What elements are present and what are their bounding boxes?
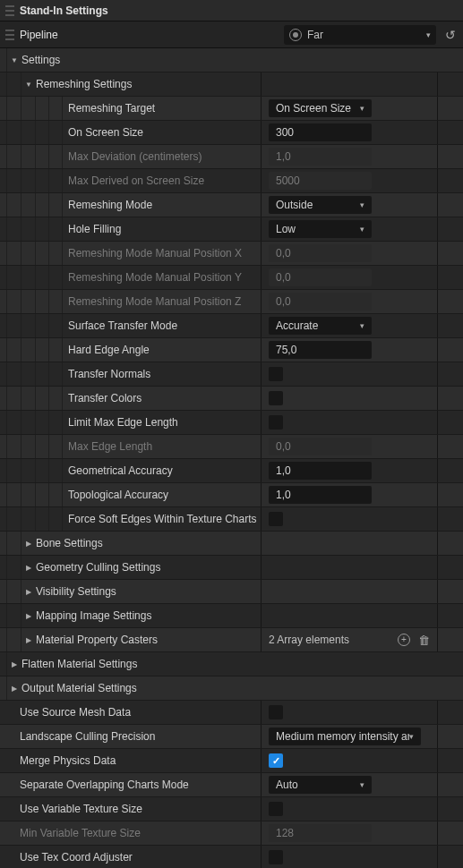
on-screen-size-input[interactable]: 300 (269, 123, 372, 141)
mapping-image-label: Mapping Image Settings (36, 609, 151, 622)
transfer-normals-checkbox[interactable] (269, 367, 283, 381)
expand-arrow-icon[interactable] (10, 685, 19, 693)
limit-max-edge-row: Limit Max Edge Length (0, 411, 463, 435)
use-tex-coord-label: Use Tex Coord Adjuster (20, 851, 133, 864)
chevron-down-icon: ▾ (360, 225, 364, 234)
manual-z-input: 0,0 (269, 293, 372, 311)
chevron-down-icon: ▾ (360, 200, 364, 209)
landscape-culling-label: Landscape Culling Precision (20, 730, 155, 743)
manual-x-row: Remeshing Mode Manual Position X 0,0 (0, 242, 463, 266)
use-var-tex-checkbox[interactable] (269, 802, 283, 816)
pipeline-dropdown[interactable]: Far ▾ (284, 25, 436, 45)
max-deviation-label: Max Deviation (centimeters) (68, 150, 201, 163)
max-derived-label: Max Derived on Screen Size (68, 174, 204, 187)
use-var-tex-row: Use Variable Texture Size (0, 797, 463, 821)
expand-arrow-icon[interactable] (24, 81, 33, 89)
chevron-down-icon: ▾ (360, 104, 364, 113)
pipeline-value: Far (307, 29, 323, 41)
clear-array-button[interactable]: 🗑 (417, 634, 430, 646)
remeshing-mode-row: Remeshing Mode Outside▾ (0, 193, 463, 217)
expand-arrow-icon[interactable] (24, 612, 33, 620)
expand-arrow-icon[interactable] (10, 660, 19, 668)
min-var-tex-label: Min Variable Texture Size (20, 827, 141, 839)
chevron-down-icon: ▾ (360, 780, 364, 789)
hole-filling-row: Hole Filling Low▾ (0, 217, 463, 242)
remeshing-target-dropdown[interactable]: On Screen Size▾ (269, 99, 372, 117)
geo-accuracy-row: Geometrical Accuracy 1,0 (0, 459, 463, 483)
topo-accuracy-label: Topological Accuracy (68, 489, 168, 501)
settings-label: Settings (21, 54, 60, 66)
chevron-down-icon: ▾ (426, 30, 431, 39)
add-element-button[interactable]: + (398, 634, 410, 646)
expand-arrow-icon[interactable] (24, 588, 33, 596)
hole-filling-label: Hole Filling (68, 223, 121, 235)
use-source-mesh-checkbox[interactable] (269, 705, 283, 719)
merge-physics-checkbox[interactable] (269, 753, 283, 768)
max-deviation-row: Max Deviation (centimeters) 1,0 (0, 145, 463, 169)
on-screen-size-row: On Screen Size 300 (0, 121, 463, 145)
manual-x-input: 0,0 (269, 244, 372, 262)
max-deviation-input: 1,0 (269, 148, 372, 166)
bone-settings-label: Bone Settings (36, 537, 103, 549)
min-var-tex-row: Min Variable Texture Size 128 (0, 821, 463, 846)
geo-accuracy-label: Geometrical Accuracy (68, 464, 173, 477)
chevron-down-icon: ▾ (409, 732, 414, 741)
flatten-material-section[interactable]: Flatten Material Settings (0, 652, 463, 677)
remeshing-mode-dropdown[interactable]: Outside▾ (269, 196, 372, 214)
surface-transfer-dropdown[interactable]: Accurate▾ (269, 317, 372, 335)
manual-z-row: Remeshing Mode Manual Position Z 0,0 (0, 290, 463, 314)
min-var-tex-input: 128 (269, 824, 372, 842)
force-soft-edges-checkbox[interactable] (269, 512, 283, 526)
separate-charts-dropdown[interactable]: Auto▾ (269, 776, 372, 794)
force-soft-edges-row: Force Soft Edges Within Texture Charts (0, 507, 463, 532)
material-casters-label: Material Property Casters (36, 634, 158, 646)
surface-transfer-row: Surface Transfer Mode Accurate▾ (0, 314, 463, 338)
flatten-material-label: Flatten Material Settings (21, 658, 137, 670)
output-material-section[interactable]: Output Material Settings (0, 677, 463, 701)
landscape-culling-dropdown[interactable]: Medium memory intensity an▾ (269, 728, 421, 745)
separate-charts-label: Separate Overlapping Charts Mode (20, 779, 189, 791)
output-material-label: Output Material Settings (21, 682, 137, 694)
hole-filling-dropdown[interactable]: Low▾ (269, 220, 372, 238)
grip-icon (5, 30, 14, 40)
surface-transfer-label: Surface Transfer Mode (68, 319, 177, 332)
geo-accuracy-input[interactable]: 1,0 (269, 462, 372, 480)
manual-y-label: Remeshing Mode Manual Position Y (68, 271, 242, 284)
visibility-label: Visibility Settings (36, 585, 116, 598)
transfer-colors-checkbox[interactable] (269, 391, 283, 405)
geo-culling-section[interactable]: Geometry Culling Settings (0, 556, 463, 580)
use-var-tex-label: Use Variable Texture Size (20, 803, 142, 815)
geo-culling-label: Geometry Culling Settings (36, 561, 160, 574)
transfer-colors-label: Transfer Colors (68, 392, 141, 404)
header-title: Stand-In Settings (20, 4, 108, 17)
material-casters-section[interactable]: Material Property Casters 2 Array elemen… (0, 628, 463, 652)
visibility-section[interactable]: Visibility Settings (0, 580, 463, 604)
bone-settings-section[interactable]: Bone Settings (0, 532, 463, 556)
mapping-image-section[interactable]: Mapping Image Settings (0, 604, 463, 628)
use-tex-coord-checkbox[interactable] (269, 850, 283, 864)
remeshing-section[interactable]: Remeshing Settings (0, 72, 463, 97)
hard-edge-label: Hard Edge Angle (68, 344, 150, 356)
expand-arrow-icon[interactable] (24, 564, 33, 572)
expand-arrow-icon[interactable] (24, 636, 33, 644)
expand-arrow-icon[interactable] (10, 56, 19, 64)
merge-physics-label: Merge Physics Data (20, 754, 116, 767)
revert-button[interactable]: ↺ (443, 28, 458, 42)
force-soft-edges-label: Force Soft Edges Within Texture Charts (68, 513, 257, 525)
remeshing-target-label: Remeshing Target (68, 102, 155, 115)
topo-accuracy-input[interactable]: 1,0 (269, 486, 372, 504)
header: Stand-In Settings (0, 0, 463, 21)
use-source-mesh-label: Use Source Mesh Data (20, 706, 131, 719)
hard-edge-row: Hard Edge Angle 75,0 (0, 338, 463, 362)
topo-accuracy-row: Topological Accuracy 1,0 (0, 483, 463, 507)
pipeline-row: Pipeline Far ▾ ↺ (0, 21, 463, 48)
grip-icon (5, 5, 14, 16)
merge-physics-row: Merge Physics Data (0, 749, 463, 773)
limit-max-edge-checkbox[interactable] (269, 415, 283, 430)
landscape-culling-row: Landscape Culling Precision Medium memor… (0, 725, 463, 749)
expand-arrow-icon[interactable] (24, 540, 33, 548)
hard-edge-input[interactable]: 75,0 (269, 341, 372, 359)
settings-section[interactable]: Settings (0, 48, 463, 72)
remeshing-label: Remeshing Settings (36, 78, 132, 90)
transfer-normals-label: Transfer Normals (68, 368, 150, 380)
